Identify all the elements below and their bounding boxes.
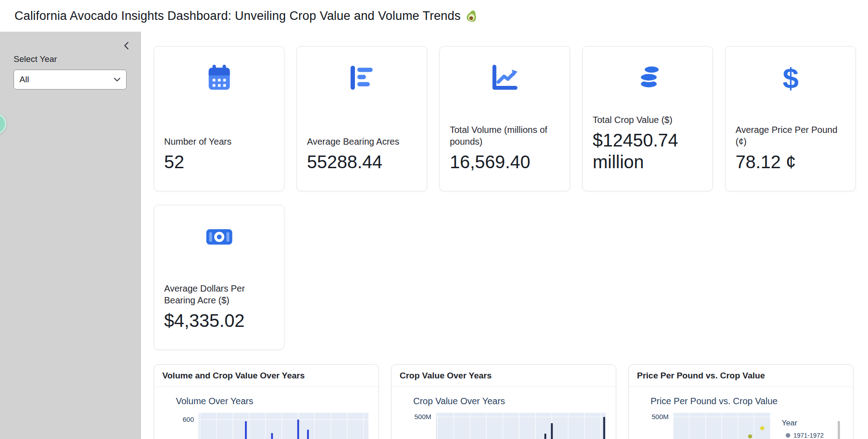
kpi-label: Average Bearing Acres xyxy=(307,136,417,147)
kpi-label: Number of Years xyxy=(164,136,274,147)
dollar-sign-icon: $ xyxy=(775,63,806,94)
select-year-dropdown[interactable]: All xyxy=(14,70,127,90)
kpi-value: 55288.44 xyxy=(307,151,417,173)
crop-value-over-years-chart[interactable]: 500M xyxy=(400,410,608,439)
kpi-card-number-of-years: Number of Years 52 xyxy=(154,46,284,191)
calendar-icon xyxy=(204,63,235,94)
panel-crop-value-over-years: Crop Value Over Years Crop Value Over Ye… xyxy=(391,364,616,439)
kpi-card-average-price-per-pound: $ Average Price Per Pound (¢) 78.12 ¢ xyxy=(725,46,856,191)
panel-price-vs-crop-value: Price Per Pound vs. Crop Value Price Per… xyxy=(628,364,854,439)
kpi-cards-row-2: Average Dollars Per Bearing Acre ($) $4,… xyxy=(154,205,284,350)
kpi-value: 78.12 ¢ xyxy=(736,151,845,173)
volume-over-years-chart[interactable]: 600 xyxy=(162,410,370,439)
kpi-label: Total Crop Value ($) xyxy=(593,114,703,126)
kpi-cards-row-1: Number of Years 52 Average Bearing Acres… xyxy=(154,46,856,191)
select-year-value: All xyxy=(19,75,29,85)
chart-title: Price Per Pound vs. Crop Value xyxy=(651,396,845,406)
kpi-value: $4,335.02 xyxy=(164,310,274,331)
kpi-card-average-bearing-acres: Average Bearing Acres 55288.44 xyxy=(297,46,427,191)
main-content: Number of Years 52 Average Bearing Acres… xyxy=(141,32,868,439)
app-header: California Avocado Insights Dashboard: U… xyxy=(0,0,868,32)
chart-panels-row: Volume and Crop Value Over Years Volume … xyxy=(154,364,854,439)
kpi-value: 16,569.40 xyxy=(450,151,560,173)
panel-title: Crop Value Over Years xyxy=(392,365,616,387)
svg-text:1971-1972: 1971-1972 xyxy=(793,432,824,439)
kpi-card-total-crop-value: Total Crop Value ($) $12450.74 million xyxy=(582,46,713,191)
svg-text:500M: 500M xyxy=(651,413,669,420)
kpi-value: 52 xyxy=(164,151,274,173)
page-title: California Avocado Insights Dashboard: U… xyxy=(14,9,461,23)
sidebar-collapse-button[interactable] xyxy=(119,39,133,52)
kpi-value: $12450.74 million xyxy=(593,129,703,173)
svg-text:$: $ xyxy=(783,63,798,94)
chevron-down-icon xyxy=(113,77,121,82)
money-bill-icon xyxy=(204,222,235,252)
panel-title: Price Per Pound vs. Crop Value xyxy=(629,365,853,387)
horizontal-bar-chart-icon xyxy=(347,63,377,94)
panel-title: Volume and Crop Value Over Years xyxy=(154,365,378,387)
svg-text:500M: 500M xyxy=(414,413,431,420)
kpi-card-total-volume: Total Volume (millions of pounds) 16,569… xyxy=(439,46,570,191)
kpi-label: Average Price Per Pound (¢) xyxy=(736,124,845,147)
line-chart-icon xyxy=(490,63,520,94)
kpi-label: Total Volume (millions of pounds) xyxy=(450,124,560,147)
coins-icon xyxy=(632,63,663,94)
chevron-left-icon xyxy=(123,42,129,50)
price-vs-crop-value-chart[interactable]: 500MYear1971-1972 xyxy=(637,410,845,439)
avocado-icon xyxy=(465,9,479,23)
chart-title: Volume Over Years xyxy=(176,396,370,406)
panel-volume-and-crop-value: Volume and Crop Value Over Years Volume … xyxy=(154,364,379,439)
select-year-label: Select Year xyxy=(14,54,127,64)
chart-title: Crop Value Over Years xyxy=(413,396,608,406)
svg-text:600: 600 xyxy=(183,415,194,423)
kpi-card-average-dollars-per-acre: Average Dollars Per Bearing Acre ($) $4,… xyxy=(154,205,284,350)
kpi-label: Average Dollars Per Bearing Acre ($) xyxy=(164,283,274,306)
sidebar: Select Year All xyxy=(0,32,141,439)
svg-text:Year: Year xyxy=(782,419,797,427)
